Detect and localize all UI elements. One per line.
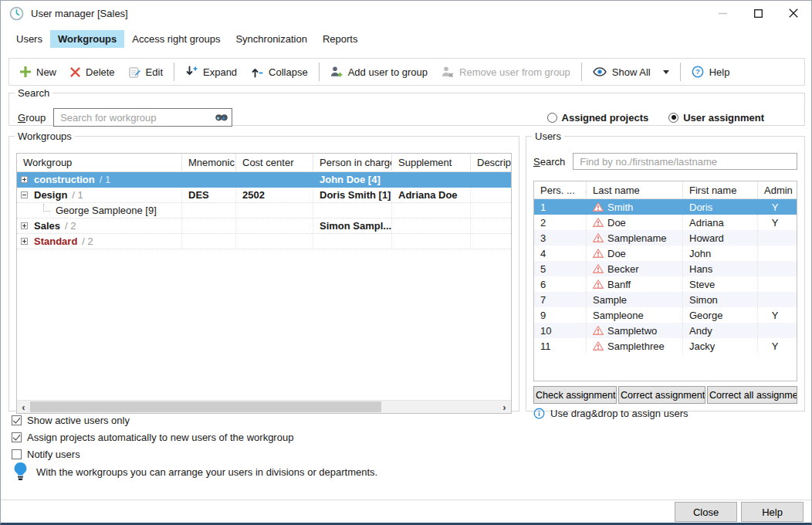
- checkbox-notify-users[interactable]: Notify users: [12, 449, 293, 460]
- user-row[interactable]: 11SamplethreeJackyY: [534, 338, 797, 354]
- caret-down-icon[interactable]: [663, 70, 669, 74]
- close-button[interactable]: Close: [675, 502, 737, 522]
- workgroup-person-in-charge-cell: Doris Smith [1]: [313, 188, 391, 202]
- workgroup-row[interactable]: Design/ 1DES2502Doris Smith [1]Adriana D…: [17, 188, 511, 203]
- scroll-left-button[interactable]: ‹: [17, 401, 30, 413]
- tab-synchronization[interactable]: Synchronization: [228, 30, 315, 48]
- tab-workgroups[interactable]: Workgroups: [50, 30, 124, 48]
- correct-assignments-button[interactable]: Correct assignments: [618, 386, 705, 404]
- checkbox-assign-projects-automatically-to-new-users-of-the-workgroup[interactable]: Assign projects automatically to new use…: [12, 432, 293, 443]
- column-header-last-name[interactable]: Last name: [586, 181, 682, 198]
- check-assignments-button[interactable]: Check assignments: [533, 386, 617, 404]
- toolbar-button-remove-user-from-group[interactable]: Remove user from group: [435, 62, 577, 82]
- horizontal-scrollbar[interactable]: ‹ ›: [17, 400, 511, 413]
- scroll-right-button[interactable]: ›: [498, 401, 511, 413]
- scrollbar-thumb[interactable]: [30, 401, 381, 412]
- workgroup-name: construction: [34, 174, 95, 185]
- plus-icon: [20, 66, 31, 77]
- title-bar: User manager [Sales]: [1, 1, 811, 25]
- users-search-input[interactable]: [573, 153, 797, 170]
- workgroups-rows: construction/ 1John Doe [4]Design/ 1DES2…: [17, 172, 511, 249]
- user-row[interactable]: 5BeckerHans: [534, 261, 797, 276]
- user-row[interactable]: 2DoeAdrianaY: [534, 215, 797, 230]
- tab-access-right-groups[interactable]: Access right groups: [124, 30, 228, 48]
- radio-assigned-projects[interactable]: Assigned projects: [547, 112, 649, 124]
- tree-plus-icon[interactable]: [21, 176, 28, 183]
- user-last-name: Doe: [607, 217, 626, 229]
- toolbar-button-collapse[interactable]: Collapse: [244, 62, 315, 82]
- toolbar-button-show-all[interactable]: Show All: [586, 63, 676, 82]
- column-header-descripti[interactable]: Descripti: [470, 154, 511, 171]
- user-first-name-cell: Howard: [682, 230, 757, 246]
- user-admin-cell: [757, 246, 797, 261]
- user-no-cell: 3: [534, 230, 586, 246]
- workgroup-person-in-charge-cell: Simon Sampl...: [313, 218, 391, 233]
- user-row[interactable]: 1SmithDorisY: [534, 199, 797, 215]
- warning-icon: [593, 264, 604, 273]
- toolbar-button-help[interactable]: ?Help: [685, 62, 737, 82]
- checkbox-label: Notify users: [27, 449, 80, 460]
- user-row[interactable]: 9SampleoneGeorgeY: [534, 307, 797, 323]
- checkbox-show-active-users-only[interactable]: Show active users only: [12, 415, 293, 426]
- tree-minus-icon[interactable]: [21, 191, 28, 198]
- column-header-admin[interactable]: Admin: [757, 181, 797, 198]
- workgroup-row[interactable]: George Sampleone [9]: [17, 203, 511, 218]
- workgroup-row[interactable]: Standard/ 2: [17, 234, 511, 249]
- radio-label: Assigned projects: [562, 112, 649, 124]
- column-header-workgroup[interactable]: Workgroup: [17, 154, 181, 171]
- user-row[interactable]: 3SamplenameHoward: [534, 230, 797, 246]
- column-header-first-name[interactable]: First name: [682, 181, 757, 198]
- toolbar-button-label: New: [36, 66, 56, 78]
- checkbox-box: [12, 415, 22, 425]
- workgroups-groupbox-legend: Workgroups: [15, 130, 75, 142]
- column-header-mnemonic[interactable]: Mnemonic: [181, 154, 235, 171]
- radio-user-assignment[interactable]: User assignment: [668, 112, 764, 124]
- user-last-name: Samplename: [607, 232, 667, 244]
- tab-reports[interactable]: Reports: [315, 30, 366, 48]
- options-checkboxes: Show active users onlyAssign projects au…: [12, 415, 293, 460]
- help-button[interactable]: Help: [741, 502, 804, 522]
- toolbar-button-add-user-to-group[interactable]: Add user to group: [323, 62, 435, 82]
- column-header-cost-center[interactable]: Cost center: [235, 154, 313, 171]
- toolbar-button-delete[interactable]: Delete: [63, 63, 122, 82]
- tab-users[interactable]: Users: [8, 30, 50, 48]
- workgroup-count: / 1: [72, 189, 83, 201]
- user-row[interactable]: 6BanffSteve: [534, 276, 797, 292]
- column-header-supplement[interactable]: Supplement: [391, 154, 470, 171]
- user-first-name-cell: Doris: [682, 199, 757, 215]
- column-header-pers[interactable]: Pers. ...: [534, 181, 586, 198]
- toolbar-separator: [174, 63, 174, 81]
- toolbar-button-edit[interactable]: Edit: [122, 63, 170, 82]
- maximize-icon: [754, 9, 763, 18]
- tree-plus-icon[interactable]: [21, 238, 28, 245]
- assignment-buttons: Check assignmentsCorrect assignmentsCorr…: [533, 386, 797, 404]
- toolbar-button-expand[interactable]: Expand: [178, 62, 244, 82]
- close-button[interactable]: [776, 1, 811, 25]
- column-header-person-in-charge[interactable]: Person in charge: [313, 154, 391, 171]
- radio-label: User assignment: [683, 112, 764, 124]
- user-first-name-cell: George: [682, 307, 757, 323]
- workgroup-row[interactable]: Sales/ 2Simon Sampl...: [17, 218, 511, 234]
- workgroup-row[interactable]: construction/ 1John Doe [4]: [17, 172, 511, 188]
- user-row[interactable]: 7SampleSimon: [534, 292, 797, 307]
- workgroup-count: / 1: [100, 174, 110, 185]
- user-admin-cell: Y: [757, 199, 797, 215]
- maximize-button[interactable]: [740, 1, 776, 25]
- workgroup-cost-center-cell: [235, 172, 313, 187]
- checkbox-label: Show active users only: [27, 415, 130, 426]
- toolbar-button-label: Edit: [146, 66, 163, 78]
- scrollbar-track[interactable]: [30, 401, 498, 413]
- workgroup-search-input[interactable]: [53, 108, 232, 127]
- user-row[interactable]: 4DoeJohn: [534, 246, 797, 261]
- search-groupbox: Search Group Assigned projectsUser assig…: [8, 87, 805, 126]
- toolbar-button-new[interactable]: New: [13, 63, 63, 82]
- minimize-button[interactable]: [705, 1, 740, 25]
- correct-all-assignments-button[interactable]: Correct all assignments: [707, 386, 797, 404]
- tree-plus-icon[interactable]: [21, 222, 28, 229]
- clock-icon: [9, 6, 24, 21]
- close-icon: [789, 8, 798, 18]
- user-first-name-cell: Adriana: [682, 215, 757, 230]
- user-row[interactable]: 10SampletwoAndy: [534, 323, 797, 338]
- user-no-cell: 7: [534, 292, 586, 307]
- user-last-name: Smith: [607, 202, 633, 213]
